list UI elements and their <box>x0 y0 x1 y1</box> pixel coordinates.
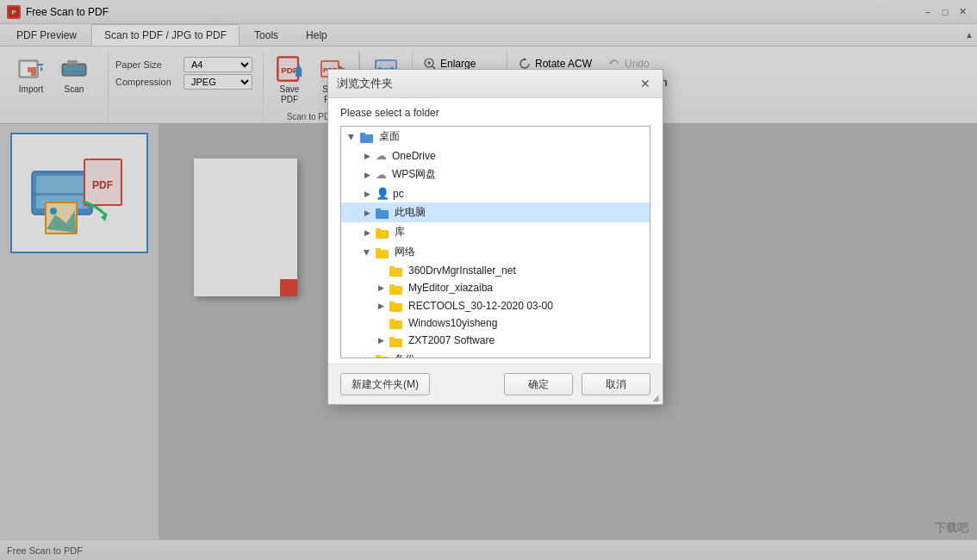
folder-icon-rectools <box>389 300 405 312</box>
tree-arrow-thispc: ▶ <box>362 208 372 218</box>
svg-rect-63 <box>389 320 402 329</box>
svg-rect-65 <box>389 339 402 347</box>
cancel-button[interactable]: 取消 <box>582 373 650 395</box>
folder-tree[interactable]: ▶ 桌面 ▶ ☁ OneDrive <box>340 126 650 358</box>
svg-rect-60 <box>389 284 395 287</box>
folder-icon-network <box>376 246 391 258</box>
tree-arrow-wps: ▶ <box>362 170 372 180</box>
tree-label-library: 库 <box>395 225 405 240</box>
new-folder-button[interactable]: 新建文件夹(M) <box>340 373 430 395</box>
dialog-footer: 新建文件夹(M) 确定 取消 <box>328 364 663 404</box>
dialog-title-text: 浏览文件夹 <box>337 76 393 91</box>
tree-label-zxt: ZXT2007 Software <box>408 334 495 346</box>
svg-rect-68 <box>376 355 381 358</box>
dialog-body: Please select a folder ▶ 桌面 ▶ <box>328 98 663 364</box>
svg-rect-66 <box>389 337 395 339</box>
svg-rect-52 <box>376 208 381 211</box>
tree-label-backup: 备份 <box>395 352 415 358</box>
tree-arrow-myeditor: ▶ <box>376 283 386 293</box>
svg-rect-55 <box>376 250 389 258</box>
folder-icon-backup <box>376 353 391 358</box>
tree-label-pc: pc <box>393 188 404 200</box>
svg-rect-62 <box>389 302 395 304</box>
tree-item-library[interactable]: ▶ 库 <box>341 222 650 242</box>
folder-icon-myeditor <box>389 282 405 294</box>
tree-item-pc[interactable]: ▶ 👤 pc <box>341 184 650 202</box>
tree-label-network: 网络 <box>395 245 415 259</box>
svg-rect-51 <box>376 210 389 219</box>
tree-arrow-library: ▶ <box>362 227 372 238</box>
svg-rect-56 <box>376 248 381 251</box>
tree-item-myeditor[interactable]: ▶ MyEditor_xiazaiba <box>341 279 650 296</box>
svg-rect-58 <box>389 266 395 269</box>
cloud-icon-wps: ☁ <box>376 168 387 181</box>
dialog-overlay: 浏览文件夹 ✕ Please select a folder ▶ 桌面 <box>0 0 977 560</box>
svg-rect-59 <box>389 286 402 295</box>
tree-item-wps[interactable]: ▶ ☁ WPS网盘 <box>341 165 650 184</box>
tree-item-thispc[interactable]: ▶ 此电脑 <box>341 202 650 222</box>
dialog-title-bar: 浏览文件夹 ✕ <box>328 70 663 98</box>
tree-label-rectools: RECTOOLS_30-12-2020 03-00 <box>408 300 553 312</box>
svg-rect-54 <box>376 228 381 231</box>
svg-rect-53 <box>376 230 389 239</box>
tree-item-desktop[interactable]: ▶ 桌面 <box>341 127 650 146</box>
tree-label-desktop: 桌面 <box>379 129 400 144</box>
folder-icon-win10 <box>389 317 405 329</box>
ok-button[interactable]: 确定 <box>504 373 573 395</box>
svg-rect-50 <box>360 133 365 135</box>
tree-item-onedrive[interactable]: ▶ ☁ OneDrive <box>341 146 650 165</box>
dialog-close-button[interactable]: ✕ <box>637 75 654 92</box>
resize-handle[interactable]: ◢ <box>652 393 659 402</box>
folder-icon-library <box>376 226 391 238</box>
folder-icon-zxt <box>389 334 405 346</box>
tree-label-thispc: 此电脑 <box>395 205 426 220</box>
tree-arrow-zxt: ▶ <box>376 335 386 345</box>
cloud-icon-onedrive: ☁ <box>376 149 387 162</box>
tree-arrow-onedrive: ▶ <box>362 151 372 161</box>
dialog-prompt-text: Please select a folder <box>340 107 650 119</box>
tree-item-zxt[interactable]: ▶ ZXT2007 Software <box>341 332 650 349</box>
folder-icon-360drv <box>389 264 405 277</box>
tree-label-wps: WPS网盘 <box>392 167 436 182</box>
folder-icon-desktop <box>360 130 376 142</box>
tree-label-360drv: 360DrvMgrInstaller_net <box>408 264 516 277</box>
browse-folder-dialog: 浏览文件夹 ✕ Please select a folder ▶ 桌面 <box>327 69 663 405</box>
tree-arrow-backup: ▶ <box>362 354 372 358</box>
tree-arrow-pc: ▶ <box>362 189 372 199</box>
svg-rect-57 <box>389 268 402 277</box>
tree-item-backup[interactable]: ▶ 备份 <box>341 350 650 358</box>
tree-item-rectools[interactable]: ▶ RECTOOLS_30-12-2020 03-00 <box>341 297 650 314</box>
tree-item-network[interactable]: ▶ 网络 <box>341 242 650 262</box>
pc-icon: 👤 <box>376 187 389 200</box>
tree-arrow-rectools: ▶ <box>376 301 386 311</box>
tree-label-win10: Windows10yisheng <box>408 317 497 329</box>
svg-rect-64 <box>389 319 395 321</box>
tree-arrow-desktop: ▶ <box>346 132 357 142</box>
svg-rect-49 <box>360 134 373 143</box>
folder-icon-thispc <box>376 206 391 218</box>
tree-arrow-network: ▶ <box>362 247 372 258</box>
svg-rect-61 <box>389 303 402 312</box>
tree-label-myeditor: MyEditor_xiazaiba <box>408 282 493 294</box>
tree-item-win10[interactable]: ▶ Windows10yisheng <box>341 314 650 332</box>
tree-item-360drv[interactable]: ▶ 360DrvMgrInstaller_net <box>341 262 650 279</box>
tree-label-onedrive: OneDrive <box>392 150 436 162</box>
